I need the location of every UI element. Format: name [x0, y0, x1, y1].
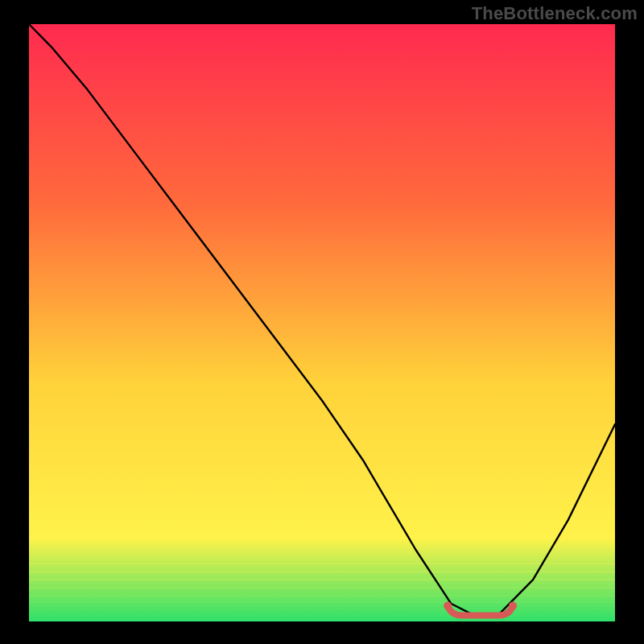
bottleneck-chart: [0, 0, 644, 644]
optimal-band-dot-right: [509, 602, 517, 610]
optimal-band-dot-left: [444, 602, 452, 610]
plot-area: [29, 24, 615, 621]
chart-frame: TheBottleneck.com: [0, 0, 644, 644]
watermark-text: TheBottleneck.com: [472, 3, 638, 24]
